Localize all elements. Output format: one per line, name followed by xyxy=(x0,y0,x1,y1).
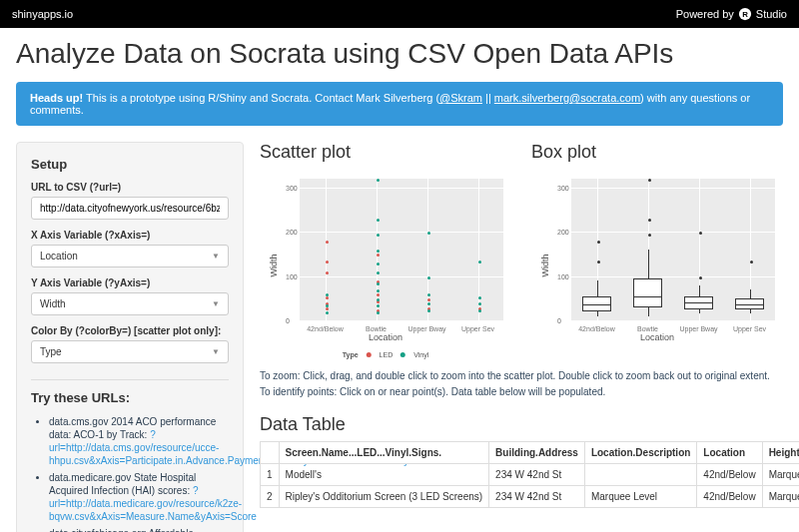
table-header[interactable]: Height xyxy=(762,442,799,464)
outlier-point xyxy=(699,232,702,235)
svg-text:R: R xyxy=(742,10,748,19)
scatter-point[interactable] xyxy=(478,309,481,312)
scatter-point[interactable] xyxy=(377,219,380,222)
scatter-point[interactable] xyxy=(377,289,380,292)
outlier-point xyxy=(648,219,651,222)
box-title: Box plot xyxy=(531,142,783,163)
scatter-point[interactable] xyxy=(326,241,329,244)
box-plot[interactable]: Width Location 010020030042nd/BelowBowti… xyxy=(531,171,783,360)
scatter-point[interactable] xyxy=(377,311,380,314)
outlier-point xyxy=(648,179,651,182)
powered-label: Powered by xyxy=(676,8,734,20)
scatter-point[interactable] xyxy=(326,271,329,274)
scatter-plot[interactable]: Width Location Type LED Vinyl 0100200300… xyxy=(260,171,511,360)
scatter-point[interactable] xyxy=(377,298,380,301)
scatter-point[interactable] xyxy=(478,261,481,264)
colorby-label: Color By (?colorBy=) [scatter plot only]… xyxy=(31,325,229,336)
alert-banner: Heads up! This is a prototype using R/Sh… xyxy=(16,82,783,126)
hints: To zoom: Click, drag, and double click t… xyxy=(260,368,783,400)
scatter-point[interactable] xyxy=(326,311,329,314)
url-input[interactable] xyxy=(31,197,229,220)
list-item: data.cityofchicago.org Affordable Housin… xyxy=(49,527,229,532)
brand[interactable]: shinyapps.io xyxy=(12,8,73,20)
outlier-point xyxy=(750,261,753,264)
scatter-point[interactable] xyxy=(427,232,430,235)
scatter-point[interactable] xyxy=(326,296,329,299)
box xyxy=(582,296,611,312)
url-label: URL to CSV (?url=) xyxy=(31,182,229,193)
list-item: data.cms.gov 2014 ACO performance data: … xyxy=(49,415,229,467)
scatter-point[interactable] xyxy=(427,298,430,301)
content: Scatter plot Width Location Type LED Vin… xyxy=(260,142,783,532)
yaxis-select[interactable]: Width▼ xyxy=(31,292,229,315)
alert-lead: Heads up! xyxy=(30,92,83,104)
legend-led-icon xyxy=(367,352,372,357)
divider xyxy=(31,379,229,380)
table-header[interactable]: Location.Description xyxy=(584,442,696,464)
scatter-point[interactable] xyxy=(377,250,380,253)
sidebar: Setup URL to CSV (?url=) X Axis Variable… xyxy=(16,142,244,532)
scatter-ylab: Width xyxy=(269,254,279,276)
scatter-point[interactable] xyxy=(377,179,380,182)
alert-link-email[interactable]: mark.silverberg@socrata.com xyxy=(494,92,640,104)
yaxis-label: Y Axis Variable (?yAxis=) xyxy=(31,277,229,288)
scatter-point[interactable] xyxy=(478,296,481,299)
scatter-point[interactable] xyxy=(427,309,430,312)
table-header[interactable] xyxy=(261,442,280,464)
outlier-point xyxy=(597,261,600,264)
try-heading: Try these URLs: xyxy=(31,390,229,405)
scatter-point[interactable] xyxy=(377,282,380,285)
scatter-block: Scatter plot Width Location Type LED Vin… xyxy=(260,142,511,360)
studio-label: Studio xyxy=(756,8,787,20)
setup-heading: Setup xyxy=(31,157,229,172)
box xyxy=(735,298,764,309)
table-row[interactable]: 2Ripley's Odditorium Screen (3 LED Scree… xyxy=(261,486,800,508)
table-header[interactable]: Screen.Name...LED...Vinyl.Signs. xyxy=(279,442,489,464)
scatter-point[interactable] xyxy=(427,302,430,305)
hint-zoom: To zoom: Click, drag, and double click t… xyxy=(260,368,783,384)
box-ylab: Width xyxy=(540,254,550,276)
alert-body: This is a prototype using R/Shiny and So… xyxy=(86,92,439,104)
scatter-point[interactable] xyxy=(478,302,481,305)
table-header-row: Screen.Name...LED...Vinyl.Signs.Building… xyxy=(261,442,800,464)
scatter-point[interactable] xyxy=(377,263,380,266)
try-url-list: data.cms.gov 2014 ACO performance data: … xyxy=(31,415,229,532)
scatter-point[interactable] xyxy=(427,276,430,279)
box-xlab: Location xyxy=(640,332,674,342)
rstudio-icon: R xyxy=(738,7,752,21)
table-row[interactable]: 1Modell's234 W 42nd St42nd/BelowMarqueeL… xyxy=(261,464,800,486)
datatable-title: Data Table xyxy=(260,414,783,435)
xaxis-select[interactable]: Location▼ xyxy=(31,245,229,267)
xaxis-label: X Axis Variable (?xAxis=) xyxy=(31,230,229,241)
table-header[interactable]: Building.Address xyxy=(489,442,585,464)
table-header[interactable]: Location xyxy=(697,442,762,464)
scatter-title: Scatter plot xyxy=(260,142,511,163)
scatter-point[interactable] xyxy=(326,261,329,264)
chevron-down-icon: ▼ xyxy=(212,347,220,356)
scatter-xlab: Location xyxy=(369,332,402,342)
legend-vinyl-icon xyxy=(400,352,405,357)
outlier-point xyxy=(699,276,702,279)
chevron-down-icon: ▼ xyxy=(212,252,220,261)
scatter-point[interactable] xyxy=(326,307,329,310)
chevron-down-icon: ▼ xyxy=(212,299,220,308)
data-table[interactable]: Screen.Name...LED...Vinyl.Signs.Building… xyxy=(260,441,799,508)
powered-by[interactable]: Powered by R Studio xyxy=(676,7,787,21)
colorby-select[interactable]: Type▼ xyxy=(31,340,229,363)
scatter-legend: Type LED Vinyl xyxy=(343,351,429,358)
try-link[interactable]: ?url=http://data.medicare.gov/resource/k… xyxy=(49,485,257,522)
hint-identify: To identify points: Click on or near poi… xyxy=(260,384,783,400)
list-item: data.medicare.gov State Hospital Acquire… xyxy=(49,471,229,523)
box xyxy=(633,278,662,307)
topbar: shinyapps.io Powered by R Studio xyxy=(0,0,799,28)
scatter-point[interactable] xyxy=(377,271,380,274)
alert-link-skram[interactable]: @Skram xyxy=(439,92,482,104)
outlier-point xyxy=(597,241,600,244)
page-title: Analyze Data on Socrata using CSV Open D… xyxy=(16,38,783,70)
box-block: Box plot Width Location 010020030042nd/B… xyxy=(531,142,783,360)
